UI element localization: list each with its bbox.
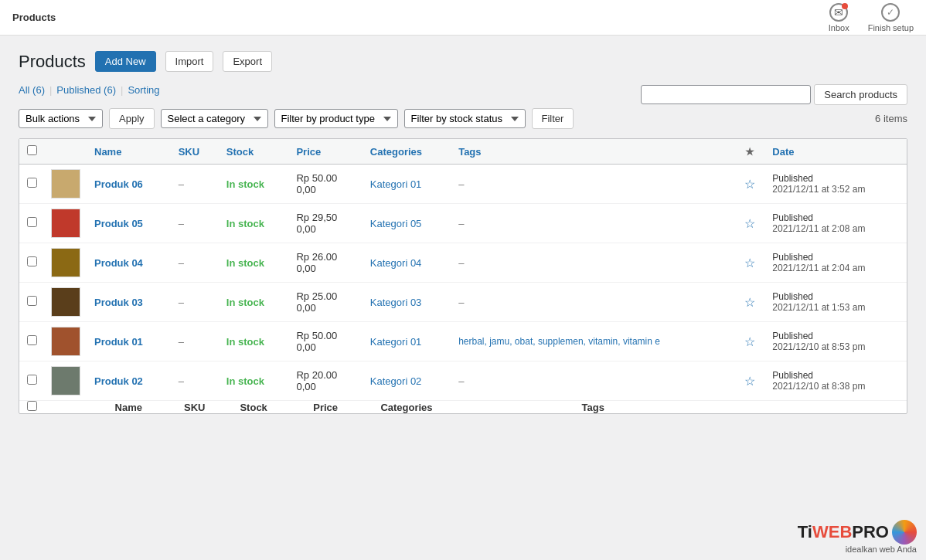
finish-setup-button[interactable]: ✓ Finish setup <box>868 3 914 32</box>
topbar: Products ✉ Inbox ✓ Finish setup <box>0 0 926 36</box>
product-name-link[interactable]: Produk 02 <box>94 375 143 387</box>
product-name-link[interactable]: Produk 01 <box>94 336 143 348</box>
product-date-cell: Published2021/12/11 at 3:52 am <box>764 165 907 204</box>
inbox-button[interactable]: ✉ Inbox <box>829 3 849 32</box>
items-count: 6 items <box>875 113 907 124</box>
filter-button[interactable]: Filter <box>532 108 574 129</box>
filter-links: All (6) | Published (6) | Sorting <box>19 84 160 96</box>
category-link[interactable]: Kategori 03 <box>370 297 422 308</box>
product-category-cell: Kategori 01 <box>363 165 451 204</box>
product-name-cell: Produk 01 <box>87 322 171 361</box>
products-table-wrap: Name SKU Stock Price Categories Tags ★ D… <box>19 138 907 414</box>
product-status: Published <box>772 331 899 341</box>
product-date-cell: Published2021/12/10 at 8:53 pm <box>764 322 907 361</box>
product-name-link[interactable]: Produk 05 <box>94 218 143 229</box>
product-type-select[interactable]: Filter by product type <box>274 109 398 128</box>
product-name-cell: Produk 02 <box>87 361 171 401</box>
product-date-cell: Published2021/12/11 at 2:04 am <box>764 243 907 283</box>
footer-checkbox-cell <box>19 401 45 414</box>
select-all-footer-checkbox[interactable] <box>27 401 37 411</box>
product-tags-cell: – <box>451 283 735 322</box>
topbar-title: Products <box>12 12 56 23</box>
product-thumbnail <box>51 327 80 356</box>
product-thumbnail <box>51 366 80 395</box>
header-price[interactable]: Price <box>288 139 362 165</box>
export-button[interactable]: Export <box>223 51 272 72</box>
product-price-cell: Rp 29,50 0,00 <box>288 204 362 243</box>
product-stock-cell: In stock <box>219 283 289 322</box>
product-thumbnail-cell <box>45 361 87 401</box>
search-input[interactable] <box>641 85 811 104</box>
product-date: 2021/12/11 at 1:53 am <box>772 302 899 313</box>
filter-published-link[interactable]: Published (6) <box>56 84 116 96</box>
featured-star-button[interactable]: ☆ <box>743 215 757 232</box>
row-checkbox[interactable] <box>27 296 37 306</box>
product-name-link[interactable]: Produk 04 <box>94 257 143 269</box>
footer-sku: SKU <box>171 401 219 414</box>
filter-sorting-link[interactable]: Sorting <box>128 84 159 96</box>
product-date-cell: Published2021/12/11 at 2:08 am <box>764 204 907 243</box>
product-thumbnail <box>51 248 80 277</box>
main-content: Products Add New Import Export All (6) |… <box>0 36 926 429</box>
footer-stock: Stock <box>219 401 289 414</box>
table-row: Produk 06–In stockRp 50.00 0,00Kategori … <box>19 165 907 204</box>
product-price-cell: Rp 20.00 0,00 <box>288 361 362 401</box>
header-sku[interactable]: SKU <box>171 139 219 165</box>
apply-button[interactable]: Apply <box>109 108 155 129</box>
inbox-notification-dot <box>842 3 848 9</box>
row-checkbox-cell <box>19 361 45 401</box>
add-new-button[interactable]: Add New <box>95 51 156 72</box>
featured-star-button[interactable]: ☆ <box>743 333 757 351</box>
product-date: 2021/12/10 at 8:53 pm <box>772 341 899 352</box>
category-link[interactable]: Kategori 01 <box>370 336 422 348</box>
stock-status-select[interactable]: Filter by stock status <box>404 109 526 128</box>
table-row: Produk 01–In stockRp 50.00 0,00Kategori … <box>19 322 907 361</box>
product-sku-cell: – <box>171 283 219 322</box>
row-checkbox[interactable] <box>27 375 37 385</box>
product-thumbnail-cell <box>45 322 87 361</box>
featured-star-button[interactable]: ☆ <box>743 254 757 272</box>
product-featured-cell: ☆ <box>735 361 764 401</box>
row-checkbox[interactable] <box>27 178 37 188</box>
row-checkbox[interactable] <box>27 217 37 227</box>
header-thumb <box>45 139 87 165</box>
category-link[interactable]: Kategori 04 <box>370 257 422 269</box>
product-date: 2021/12/11 at 3:52 am <box>772 184 899 195</box>
bulk-actions-select[interactable]: Bulk actions <box>19 109 103 128</box>
category-link[interactable]: Kategori 02 <box>370 375 422 387</box>
import-button[interactable]: Import <box>165 51 214 72</box>
header-categories[interactable]: Categories <box>363 139 451 165</box>
featured-star-button[interactable]: ☆ <box>743 372 757 390</box>
toolbar-row: Bulk actions Apply Select a category Fil… <box>19 108 907 129</box>
featured-star-button[interactable]: ☆ <box>743 175 757 193</box>
product-stock-cell: In stock <box>219 204 289 243</box>
products-tbody: Produk 06–In stockRp 50.00 0,00Kategori … <box>19 165 907 401</box>
product-tags-cell: herbal, jamu, obat, supplemen, vitamin, … <box>451 322 735 361</box>
product-name-link[interactable]: Produk 06 <box>94 178 143 190</box>
select-all-checkbox[interactable] <box>27 145 37 155</box>
page-header: Products Add New Import Export <box>19 51 907 72</box>
header-featured: ★ <box>735 139 764 165</box>
product-featured-cell: ☆ <box>735 204 764 243</box>
header-name[interactable]: Name <box>87 139 171 165</box>
product-name-cell: Produk 05 <box>87 204 171 243</box>
product-thumbnail-cell <box>45 204 87 243</box>
search-button[interactable]: Search products <box>814 84 907 105</box>
filter-all-link[interactable]: All (6) <box>19 84 45 96</box>
featured-star-button[interactable]: ☆ <box>743 294 757 311</box>
row-checkbox[interactable] <box>27 256 37 266</box>
header-stock[interactable]: Stock <box>219 139 289 165</box>
category-link[interactable]: Kategori 05 <box>370 218 422 229</box>
category-select[interactable]: Select a category <box>161 109 268 128</box>
products-table: Name SKU Stock Price Categories Tags ★ D… <box>19 139 907 413</box>
finish-setup-icon: ✓ <box>881 3 900 22</box>
category-link[interactable]: Kategori 01 <box>370 178 422 190</box>
header-date[interactable]: Date <box>764 139 907 165</box>
product-category-cell: Kategori 02 <box>363 361 451 401</box>
product-price-cell: Rp 50.00 0,00 <box>288 322 362 361</box>
product-featured-cell: ☆ <box>735 165 764 204</box>
header-tags[interactable]: Tags <box>451 139 735 165</box>
product-name-link[interactable]: Produk 03 <box>94 297 143 308</box>
table-row: Produk 05–In stockRp 29,50 0,00Kategori … <box>19 204 907 243</box>
row-checkbox[interactable] <box>27 335 37 345</box>
